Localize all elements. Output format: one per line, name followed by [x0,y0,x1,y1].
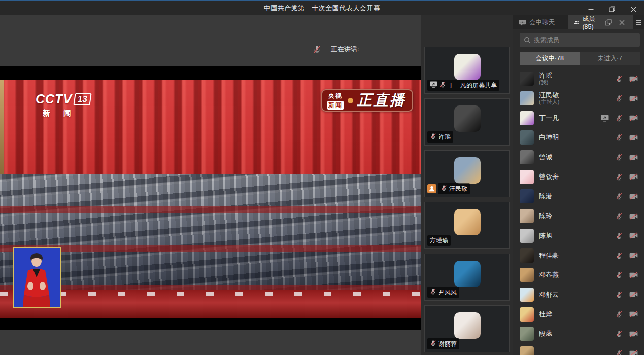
mic-muted-icon [430,288,436,297]
member-row[interactable]: 杜烨 [513,304,644,324]
filter-not-joined[interactable]: 未进入·7 [580,52,640,65]
participant-thumbnail[interactable]: 谢丽蓉 [424,305,510,352]
camera-off-button[interactable] [629,291,638,298]
participant-avatar [454,261,481,287]
participant-avatar [454,105,481,132]
member-name: 丁一凡 [539,115,601,122]
mic-muted-button[interactable] [616,115,623,122]
camera-off-button[interactable] [629,232,638,239]
restore-button[interactable] [601,2,623,16]
papers [0,292,421,296]
close-icon [631,7,636,12]
participant-thumbnail[interactable]: 丁一凡的屏幕共享 [424,47,510,94]
camera-off-button[interactable] [629,134,638,141]
participant-thumbnail[interactable]: 许瑶 [424,98,510,146]
mic-muted-button[interactable] [616,311,623,318]
mic-muted-button[interactable] [616,173,623,181]
mic-muted-button[interactable] [616,232,623,239]
mic-muted-button[interactable] [616,350,623,355]
mic-muted-button[interactable] [616,134,623,141]
minimize-button[interactable] [580,2,601,16]
camera-off-button[interactable] [629,193,638,200]
member-list: 许瑶 (我) 汪民敬 (主持人) [513,65,644,355]
member-row[interactable]: 陈港 [513,187,644,206]
member-row[interactable]: 汪民敬 (主持人) [513,89,644,109]
member-avatar [520,307,534,322]
mic-muted-button[interactable] [616,193,623,200]
tab-members[interactable]: 成员(85) [568,15,633,29]
participant-thumbnail[interactable]: 尹凤凤 [424,254,510,301]
participant-name: 丁一凡的屏幕共享 [448,81,497,90]
station-name-bottom: 新闻 [327,101,344,110]
participant-thumbnail[interactable]: 汪民敬 [424,150,510,197]
close-panel-button[interactable] [617,20,627,25]
camera-off-button[interactable] [629,115,638,121]
member-name: 杜烨 [539,311,616,318]
participant-name: 谢丽蓉 [438,340,457,348]
screen-share-icon [601,115,609,122]
member-name: 曾钦舟 [539,173,616,181]
camera-off-button[interactable] [629,76,638,82]
member-avatar [520,288,534,302]
window-title: 中国共产党第二十次全国代表大会开幕 [0,4,644,13]
mic-muted-button[interactable] [616,95,623,102]
tab-chat-label: 会中聊天 [529,18,555,27]
member-row[interactable]: 段蕊 [513,324,644,344]
member-row[interactable]: 白坤明 [513,128,644,148]
member-row[interactable] [513,344,644,355]
tab-meeting-chat[interactable]: 会中聊天 [513,15,568,29]
search-icon [524,37,531,44]
member-name: 邓舒云 [539,291,616,298]
search-input[interactable] [534,37,636,44]
thumbnail-strip: 丁一凡的屏幕共享 许瑶 [421,15,513,355]
camera-off-button[interactable] [629,154,638,161]
member-search[interactable] [520,33,640,47]
member-avatar [520,248,534,263]
restore-icon [609,6,615,12]
member-row[interactable]: 曾诚 [513,148,644,167]
camera-off-button[interactable] [629,311,638,317]
member-row[interactable]: 曾钦舟 [513,167,644,187]
mic-muted-button[interactable] [616,212,623,220]
title-bar: 中国共产党第二十次全国代表大会开幕 [0,0,644,15]
member-name: 曾诚 [539,154,616,161]
mic-muted-icon [430,132,436,141]
member-row[interactable]: 邓春燕 [513,265,644,285]
participant-thumbnail[interactable]: 方瑾瑜 [424,202,510,249]
member-row[interactable]: 许瑶 (我) [513,69,644,89]
member-name: 程佳豪 [539,252,616,259]
interpreter-figure [14,248,60,307]
camera-off-button[interactable] [629,95,638,102]
mic-muted-button[interactable] [616,330,623,337]
thumbnail-label: 尹凤凤 [427,287,459,298]
member-name: 陈旭 [539,232,616,239]
member-row[interactable]: 陈玲 [513,206,644,226]
member-avatar [520,150,534,164]
sign-language-interpreter [13,247,61,308]
member-row[interactable]: 陈旭 [513,226,644,246]
camera-off-button[interactable] [629,173,638,180]
mic-muted-button[interactable] [616,291,623,298]
participant-name: 尹凤凤 [438,288,457,297]
filter-in-meeting[interactable]: 会议中·78 [520,52,580,65]
mic-muted-button[interactable] [616,271,623,278]
member-row[interactable]: 邓舒云 [513,285,644,305]
broadcast-video: CCTV 13 新闻 央视 新闻 正直播 [0,66,421,330]
member-name: 段蕊 [539,330,616,337]
member-row[interactable]: 程佳豪 [513,245,644,265]
member-row[interactable]: 丁一凡 [513,108,644,128]
camera-off-button[interactable] [629,213,638,220]
camera-off-button[interactable] [629,331,638,337]
mic-muted-button[interactable] [616,154,623,161]
panel-menu-button[interactable] [633,15,644,29]
camera-off-button[interactable] [629,350,638,355]
shared-screen-area: 正在讲话: CCTV 13 新闻 [0,15,421,355]
camera-off-button[interactable] [629,252,638,259]
thumbnail-label: 汪民敬 [427,183,470,194]
popout-panel-button[interactable] [603,19,614,26]
close-button[interactable] [623,2,644,16]
camera-off-button[interactable] [629,272,638,278]
participant-name: 方瑾瑜 [430,236,448,245]
mic-muted-button[interactable] [616,252,623,259]
mic-muted-button[interactable] [616,75,623,82]
